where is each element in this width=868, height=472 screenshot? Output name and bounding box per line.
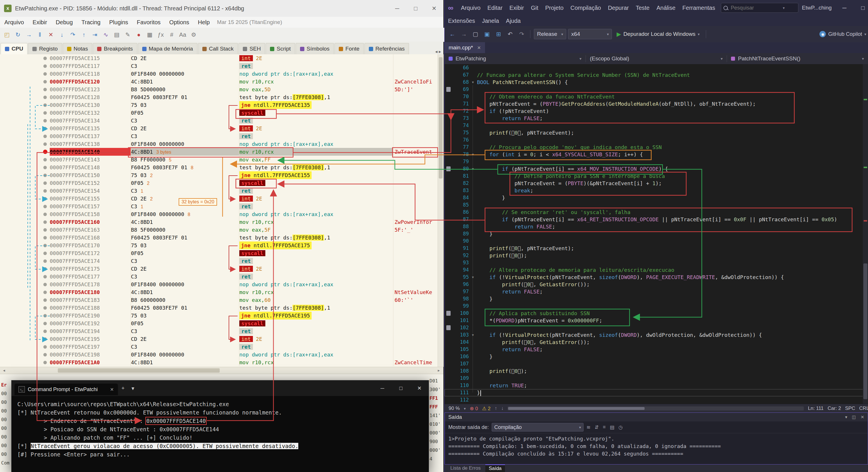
breakpoint-gutter[interactable] bbox=[40, 179, 50, 187]
wrap-icon[interactable]: ⇵ bbox=[595, 424, 599, 430]
new-file-icon[interactable]: ▢ bbox=[471, 29, 480, 39]
editor-vertical-scrollbar[interactable] bbox=[863, 64, 868, 404]
tab-dropdown-icon[interactable]: ▾ bbox=[128, 385, 138, 392]
editor-margin[interactable] bbox=[444, 331, 453, 339]
disasm-row[interactable]: 00007FFFD5ACE17075 03jne ntdll.7FFFD5ACE… bbox=[0, 241, 443, 249]
editor-margin[interactable] bbox=[444, 353, 453, 360]
disasm-row[interactable]: 00007FFFD5ACE137C3ret bbox=[0, 132, 443, 140]
fold-gutter[interactable]: ▾ bbox=[469, 151, 477, 158]
disasm-row[interactable]: 00007FFFD5ACE1180F1F8400 00000000nop dwo… bbox=[0, 70, 443, 78]
disasm-row[interactable]: 00007FFFD5ACE1920F05syscall bbox=[0, 319, 443, 327]
menu-item-exibir[interactable]: Exibir bbox=[506, 0, 528, 15]
editor-margin[interactable] bbox=[444, 216, 453, 223]
step-out-icon[interactable]: ↑ bbox=[79, 30, 89, 40]
code-line[interactable]: 109 bbox=[444, 375, 868, 382]
scroll-left-icon[interactable]: ◂ bbox=[1, 368, 7, 373]
fold-gutter[interactable] bbox=[469, 100, 477, 107]
fold-gutter[interactable] bbox=[469, 382, 477, 389]
breakpoint-gutter[interactable] bbox=[40, 132, 50, 140]
menu-item-debug[interactable]: Debug bbox=[52, 17, 77, 28]
disasm-row[interactable]: 00007FFFD5ACE1320F05syscall bbox=[0, 109, 443, 117]
disasm-row[interactable]: 00007FFFD5ACE163B8 5F000000mov eax,5F5F:… bbox=[0, 226, 443, 234]
disasm-row[interactable]: 00007FFFD5ACE13075 03jne ntdll.7FFFD5ACE… bbox=[0, 101, 443, 109]
code-line[interactable]: 97 return FALSE; bbox=[444, 288, 868, 295]
fx-icon[interactable]: ƒx bbox=[156, 30, 166, 40]
fold-gutter[interactable] bbox=[469, 396, 477, 404]
editor-margin[interactable] bbox=[444, 194, 453, 201]
fold-gutter[interactable] bbox=[469, 281, 477, 288]
tab-notas[interactable]: Notas bbox=[63, 43, 92, 54]
fold-gutter[interactable] bbox=[469, 71, 477, 78]
menu-item-depurar[interactable]: Depurar bbox=[604, 0, 632, 15]
breakpoint-gutter[interactable] bbox=[40, 70, 50, 78]
disasm-row[interactable]: 00007FFFD5ACE157C31ret bbox=[0, 202, 443, 210]
fold-gutter[interactable] bbox=[469, 201, 477, 208]
code-line[interactable]: 101 *(PDWORD)pNtTraceEvent = 0x000000FF; bbox=[444, 317, 868, 324]
code-line[interactable]: 111} bbox=[444, 389, 868, 396]
disasm-row[interactable]: 00007FFFD5ACE197C3ret bbox=[0, 343, 443, 351]
fold-gutter[interactable] bbox=[469, 187, 477, 194]
platform-dropdown[interactable]: x64▾ bbox=[568, 29, 612, 39]
next-issue-icon[interactable]: ↓ bbox=[501, 406, 504, 411]
disasm-row[interactable]: 00007FFFD5ACE15075 032jne ntdll.7FFFD5AC… bbox=[0, 171, 443, 179]
disasm-horizontal-scrollbar[interactable]: ◂ ▸ bbox=[0, 367, 443, 374]
zoom-level[interactable]: 90 % bbox=[448, 406, 460, 411]
editor-margin[interactable] bbox=[444, 288, 453, 295]
disasm-row[interactable]: 00007FFFD5ACE154C31ret bbox=[0, 187, 443, 195]
minimize-icon[interactable]: ─ bbox=[835, 0, 854, 15]
code-line[interactable]: 99 bbox=[444, 302, 868, 310]
fold-gutter[interactable] bbox=[469, 136, 477, 143]
chevron-down-icon[interactable]: ▾ bbox=[783, 6, 785, 10]
run-icon[interactable]: → bbox=[24, 30, 34, 40]
code-line[interactable]: 80▾ if (pNtTraceEvent[i] == x64_MOV_INST… bbox=[444, 165, 868, 172]
fold-gutter[interactable] bbox=[469, 317, 477, 324]
fold-gutter[interactable] bbox=[469, 302, 477, 310]
menu-item-ajuda[interactable]: Ajuda bbox=[502, 15, 524, 26]
pin-icon[interactable]: ◫ bbox=[852, 414, 856, 420]
fold-gutter[interactable] bbox=[469, 367, 477, 375]
editor-margin[interactable] bbox=[444, 86, 453, 93]
forward-icon[interactable]: → bbox=[459, 29, 469, 39]
close-icon[interactable]: ✕ bbox=[410, 380, 429, 396]
editor-margin[interactable] bbox=[444, 375, 453, 382]
fold-gutter[interactable] bbox=[469, 122, 477, 129]
panel-tab-saída[interactable]: Saída bbox=[485, 465, 505, 472]
breakpoint-gutter[interactable] bbox=[40, 296, 50, 304]
menu-item-compilação[interactable]: Compilação bbox=[567, 0, 605, 15]
breakpoint-gutter[interactable] bbox=[40, 312, 50, 319]
editor-margin[interactable] bbox=[444, 382, 453, 389]
breakpoint-gutter[interactable] bbox=[40, 249, 50, 257]
disasm-row[interactable]: 00007FFFD5ACE1580F1F8400 000000008nop dw… bbox=[0, 210, 443, 218]
editor-margin[interactable] bbox=[444, 360, 453, 367]
menu-item-tracing[interactable]: Tracing bbox=[77, 17, 105, 28]
start-debugging-button[interactable]: ▶ Depurador Local do Windows ▾ bbox=[614, 31, 702, 38]
code-line[interactable]: 90 bbox=[444, 237, 868, 245]
prev-issue-icon[interactable]: ↑ bbox=[495, 406, 497, 411]
fold-gutter[interactable] bbox=[469, 107, 477, 115]
new-tab-icon[interactable]: + bbox=[118, 385, 128, 392]
editor-margin[interactable] bbox=[444, 245, 453, 252]
editor-margin[interactable] bbox=[444, 259, 453, 266]
breakpoint-gutter[interactable] bbox=[40, 78, 50, 86]
stop-icon[interactable]: ✕ bbox=[46, 30, 56, 40]
breakpoint-gutter[interactable] bbox=[40, 273, 50, 280]
tab-seh[interactable]: SEH bbox=[239, 43, 265, 54]
fold-gutter[interactable] bbox=[469, 375, 477, 382]
hash-icon[interactable]: # bbox=[166, 30, 177, 40]
disasm-row[interactable]: 00007FFFD5ACE1204C:8BD1mov r10,rcxZwCanc… bbox=[0, 78, 443, 86]
disasm-row[interactable]: 00007FFFD5ACE148F60425 0803FE7F 018test … bbox=[0, 164, 443, 171]
code-line[interactable]: 71 pNtTraceEvent = (PBYTE)GetProcAddress… bbox=[444, 100, 868, 107]
notes-icon[interactable]: ✎ bbox=[123, 30, 133, 40]
fold-gutter[interactable] bbox=[469, 230, 477, 237]
editor-margin[interactable] bbox=[444, 180, 453, 187]
scope-dropdown[interactable]: (Escopo Global)▾ bbox=[586, 55, 727, 62]
editor-margin[interactable] bbox=[444, 122, 453, 129]
menu-item-options[interactable]: Options bbox=[165, 17, 194, 28]
fold-gutter[interactable] bbox=[469, 172, 477, 180]
breakpoints-icon[interactable]: ● bbox=[133, 30, 144, 40]
editor-margin[interactable] bbox=[444, 396, 453, 404]
redo-icon[interactable]: ↷ bbox=[517, 29, 527, 39]
code-line[interactable]: 74 bbox=[444, 122, 868, 129]
editor-margin[interactable] bbox=[444, 237, 453, 245]
breakpoint-gutter[interactable] bbox=[40, 304, 50, 312]
